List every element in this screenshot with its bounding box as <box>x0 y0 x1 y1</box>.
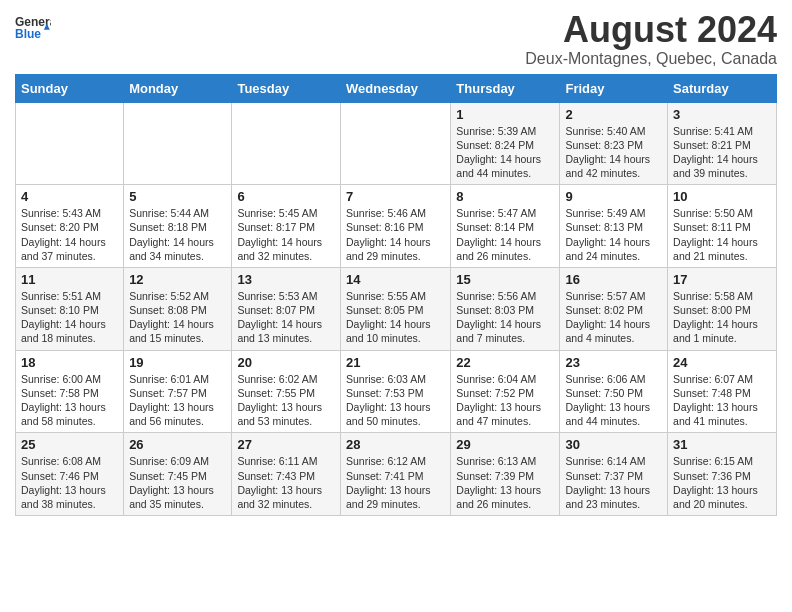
calendar-cell <box>232 102 341 185</box>
day-info: Sunrise: 6:01 AM Sunset: 7:57 PM Dayligh… <box>129 372 226 429</box>
day-number: 28 <box>346 437 445 452</box>
day-number: 24 <box>673 355 771 370</box>
day-number: 11 <box>21 272 118 287</box>
day-info: Sunrise: 5:57 AM Sunset: 8:02 PM Dayligh… <box>565 289 662 346</box>
day-info: Sunrise: 5:39 AM Sunset: 8:24 PM Dayligh… <box>456 124 554 181</box>
day-info: Sunrise: 6:12 AM Sunset: 7:41 PM Dayligh… <box>346 454 445 511</box>
calendar-cell: 3Sunrise: 5:41 AM Sunset: 8:21 PM Daylig… <box>668 102 777 185</box>
day-info: Sunrise: 5:50 AM Sunset: 8:11 PM Dayligh… <box>673 206 771 263</box>
weekday-header: Tuesday <box>232 74 341 102</box>
calendar-cell: 13Sunrise: 5:53 AM Sunset: 8:07 PM Dayli… <box>232 267 341 350</box>
day-info: Sunrise: 6:14 AM Sunset: 7:37 PM Dayligh… <box>565 454 662 511</box>
day-info: Sunrise: 5:53 AM Sunset: 8:07 PM Dayligh… <box>237 289 335 346</box>
calendar-cell: 15Sunrise: 5:56 AM Sunset: 8:03 PM Dayli… <box>451 267 560 350</box>
day-info: Sunrise: 5:43 AM Sunset: 8:20 PM Dayligh… <box>21 206 118 263</box>
day-info: Sunrise: 5:47 AM Sunset: 8:14 PM Dayligh… <box>456 206 554 263</box>
day-info: Sunrise: 5:51 AM Sunset: 8:10 PM Dayligh… <box>21 289 118 346</box>
calendar-cell: 12Sunrise: 5:52 AM Sunset: 8:08 PM Dayli… <box>124 267 232 350</box>
day-number: 1 <box>456 107 554 122</box>
calendar-cell: 21Sunrise: 6:03 AM Sunset: 7:53 PM Dayli… <box>340 350 450 433</box>
day-info: Sunrise: 6:04 AM Sunset: 7:52 PM Dayligh… <box>456 372 554 429</box>
weekday-header: Sunday <box>16 74 124 102</box>
calendar-cell: 11Sunrise: 5:51 AM Sunset: 8:10 PM Dayli… <box>16 267 124 350</box>
day-number: 14 <box>346 272 445 287</box>
calendar-cell: 16Sunrise: 5:57 AM Sunset: 8:02 PM Dayli… <box>560 267 668 350</box>
weekday-header: Wednesday <box>340 74 450 102</box>
calendar-week: 11Sunrise: 5:51 AM Sunset: 8:10 PM Dayli… <box>16 267 777 350</box>
day-number: 22 <box>456 355 554 370</box>
logo: General Blue <box>15 10 51 46</box>
day-info: Sunrise: 6:13 AM Sunset: 7:39 PM Dayligh… <box>456 454 554 511</box>
calendar-cell: 20Sunrise: 6:02 AM Sunset: 7:55 PM Dayli… <box>232 350 341 433</box>
day-number: 30 <box>565 437 662 452</box>
day-number: 27 <box>237 437 335 452</box>
day-info: Sunrise: 5:56 AM Sunset: 8:03 PM Dayligh… <box>456 289 554 346</box>
day-number: 15 <box>456 272 554 287</box>
calendar-cell: 6Sunrise: 5:45 AM Sunset: 8:17 PM Daylig… <box>232 185 341 268</box>
title-section: August 2024 Deux-Montagnes, Quebec, Cana… <box>525 10 777 68</box>
calendar-cell: 27Sunrise: 6:11 AM Sunset: 7:43 PM Dayli… <box>232 433 341 516</box>
calendar-week: 25Sunrise: 6:08 AM Sunset: 7:46 PM Dayli… <box>16 433 777 516</box>
calendar-cell: 17Sunrise: 5:58 AM Sunset: 8:00 PM Dayli… <box>668 267 777 350</box>
weekday-header: Saturday <box>668 74 777 102</box>
day-number: 20 <box>237 355 335 370</box>
calendar-cell: 26Sunrise: 6:09 AM Sunset: 7:45 PM Dayli… <box>124 433 232 516</box>
day-number: 31 <box>673 437 771 452</box>
day-number: 18 <box>21 355 118 370</box>
calendar-week: 4Sunrise: 5:43 AM Sunset: 8:20 PM Daylig… <box>16 185 777 268</box>
calendar-cell: 31Sunrise: 6:15 AM Sunset: 7:36 PM Dayli… <box>668 433 777 516</box>
day-info: Sunrise: 5:55 AM Sunset: 8:05 PM Dayligh… <box>346 289 445 346</box>
day-number: 23 <box>565 355 662 370</box>
calendar-cell: 7Sunrise: 5:46 AM Sunset: 8:16 PM Daylig… <box>340 185 450 268</box>
main-title: August 2024 <box>525 10 777 50</box>
day-info: Sunrise: 5:41 AM Sunset: 8:21 PM Dayligh… <box>673 124 771 181</box>
day-info: Sunrise: 6:07 AM Sunset: 7:48 PM Dayligh… <box>673 372 771 429</box>
weekday-header: Thursday <box>451 74 560 102</box>
day-number: 5 <box>129 189 226 204</box>
day-number: 8 <box>456 189 554 204</box>
header: General Blue August 2024 Deux-Montagnes,… <box>15 10 777 68</box>
calendar-cell: 25Sunrise: 6:08 AM Sunset: 7:46 PM Dayli… <box>16 433 124 516</box>
calendar-body: 1Sunrise: 5:39 AM Sunset: 8:24 PM Daylig… <box>16 102 777 515</box>
day-number: 26 <box>129 437 226 452</box>
day-number: 29 <box>456 437 554 452</box>
day-info: Sunrise: 5:40 AM Sunset: 8:23 PM Dayligh… <box>565 124 662 181</box>
calendar-cell: 29Sunrise: 6:13 AM Sunset: 7:39 PM Dayli… <box>451 433 560 516</box>
calendar-cell: 2Sunrise: 5:40 AM Sunset: 8:23 PM Daylig… <box>560 102 668 185</box>
day-number: 3 <box>673 107 771 122</box>
calendar-cell: 23Sunrise: 6:06 AM Sunset: 7:50 PM Dayli… <box>560 350 668 433</box>
day-number: 25 <box>21 437 118 452</box>
day-number: 6 <box>237 189 335 204</box>
calendar-cell: 30Sunrise: 6:14 AM Sunset: 7:37 PM Dayli… <box>560 433 668 516</box>
day-info: Sunrise: 6:09 AM Sunset: 7:45 PM Dayligh… <box>129 454 226 511</box>
day-number: 10 <box>673 189 771 204</box>
calendar-cell: 24Sunrise: 6:07 AM Sunset: 7:48 PM Dayli… <box>668 350 777 433</box>
day-number: 9 <box>565 189 662 204</box>
day-number: 21 <box>346 355 445 370</box>
calendar-cell <box>340 102 450 185</box>
logo-icon: General Blue <box>15 10 51 46</box>
subtitle: Deux-Montagnes, Quebec, Canada <box>525 50 777 68</box>
calendar-cell <box>16 102 124 185</box>
day-info: Sunrise: 6:08 AM Sunset: 7:46 PM Dayligh… <box>21 454 118 511</box>
day-info: Sunrise: 6:02 AM Sunset: 7:55 PM Dayligh… <box>237 372 335 429</box>
weekday-header: Friday <box>560 74 668 102</box>
calendar-header: SundayMondayTuesdayWednesdayThursdayFrid… <box>16 74 777 102</box>
calendar-cell: 22Sunrise: 6:04 AM Sunset: 7:52 PM Dayli… <box>451 350 560 433</box>
day-info: Sunrise: 5:58 AM Sunset: 8:00 PM Dayligh… <box>673 289 771 346</box>
weekday-header: Monday <box>124 74 232 102</box>
calendar-cell: 5Sunrise: 5:44 AM Sunset: 8:18 PM Daylig… <box>124 185 232 268</box>
calendar-cell: 4Sunrise: 5:43 AM Sunset: 8:20 PM Daylig… <box>16 185 124 268</box>
day-number: 13 <box>237 272 335 287</box>
day-info: Sunrise: 5:45 AM Sunset: 8:17 PM Dayligh… <box>237 206 335 263</box>
day-info: Sunrise: 6:15 AM Sunset: 7:36 PM Dayligh… <box>673 454 771 511</box>
calendar-week: 1Sunrise: 5:39 AM Sunset: 8:24 PM Daylig… <box>16 102 777 185</box>
day-number: 17 <box>673 272 771 287</box>
calendar-cell: 9Sunrise: 5:49 AM Sunset: 8:13 PM Daylig… <box>560 185 668 268</box>
day-info: Sunrise: 5:44 AM Sunset: 8:18 PM Dayligh… <box>129 206 226 263</box>
calendar-cell: 14Sunrise: 5:55 AM Sunset: 8:05 PM Dayli… <box>340 267 450 350</box>
day-info: Sunrise: 6:11 AM Sunset: 7:43 PM Dayligh… <box>237 454 335 511</box>
day-number: 19 <box>129 355 226 370</box>
day-info: Sunrise: 5:49 AM Sunset: 8:13 PM Dayligh… <box>565 206 662 263</box>
svg-text:Blue: Blue <box>15 27 41 41</box>
